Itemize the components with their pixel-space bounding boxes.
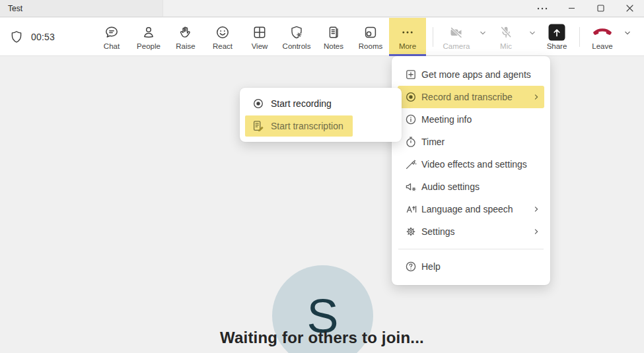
menu-item-timer[interactable]: Timer <box>398 131 544 153</box>
mic-label: Mic <box>500 42 512 50</box>
start-transcription-icon <box>252 119 265 133</box>
people-button[interactable]: People <box>130 18 167 55</box>
rooms-icon <box>363 24 378 41</box>
window-controls <box>528 0 644 16</box>
camera-split-button: Camera <box>438 18 491 55</box>
share-label: Share <box>547 42 567 50</box>
menu-item-label: Record and transcribe <box>421 92 513 102</box>
menu-item-help[interactable]: Help <box>398 255 544 278</box>
menu-item-label: Help <box>421 261 441 272</box>
leave-button[interactable]: Leave <box>585 18 620 55</box>
toolbar-separator <box>433 27 433 47</box>
raise-hand-label: People <box>137 42 161 50</box>
view-button[interactable]: View <box>241 18 278 55</box>
menu-item-label: Settings <box>421 226 455 237</box>
maximize-icon <box>597 5 604 12</box>
menu-item-meeting-info[interactable]: Meeting info <box>398 108 544 131</box>
rooms-label: Rooms <box>359 42 382 50</box>
settings-gear-icon <box>404 225 417 238</box>
share-button[interactable]: Share <box>538 18 575 55</box>
submenu-item-label: Start transcription <box>271 121 343 131</box>
mic-button[interactable]: Mic <box>487 18 524 55</box>
menu-item-get-more-apps[interactable]: Get more apps and agents <box>398 63 544 86</box>
menu-item-label: Language and speech <box>421 204 513 214</box>
help-icon <box>404 260 417 273</box>
more-button[interactable]: More <box>389 18 426 55</box>
ellipsis-icon <box>537 7 548 10</box>
window-title: Test <box>8 4 22 13</box>
chevron-right-icon <box>532 93 540 101</box>
meeting-timer: 00:53 <box>31 32 55 42</box>
record-transcribe-submenu: Start recording Start transcription <box>240 88 402 142</box>
menu-item-label: Video effects and settings <box>421 159 527 170</box>
raise-hand-icon <box>178 24 194 41</box>
menu-divider <box>398 249 544 249</box>
react-smiley-icon <box>215 24 231 41</box>
close-button[interactable] <box>615 0 644 16</box>
controls-button[interactable]: Controls <box>278 18 315 55</box>
camera-off-icon <box>448 24 464 41</box>
menu-item-language-and-speech[interactable]: Language and speech <box>398 198 544 220</box>
meeting-toolbar: 00:53 Chat <box>0 18 644 56</box>
leave-split-button: Leave <box>585 18 635 55</box>
meeting-status-area: 00:53 <box>9 18 55 55</box>
submenu-item-label: Start recording <box>271 98 332 109</box>
minimize-icon <box>568 5 575 12</box>
react-button[interactable]: React <box>204 18 241 55</box>
menu-item-audio-settings[interactable]: Audio settings <box>398 176 544 198</box>
mic-off-icon <box>498 24 514 41</box>
apps-add-icon <box>404 68 417 81</box>
maximize-button[interactable] <box>586 0 615 16</box>
raise-label: Raise <box>176 42 195 50</box>
menu-item-label: Audio settings <box>421 181 480 192</box>
chevron-right-icon <box>532 205 540 213</box>
notes-label: Notes <box>324 42 343 50</box>
share-group: Share <box>538 18 575 55</box>
language-icon <box>404 203 417 216</box>
more-menu: Get more apps and agents Record and tran… <box>392 56 550 285</box>
info-icon <box>404 113 417 126</box>
toolbar-buttons: Chat People <box>93 18 426 55</box>
teams-meeting-window: Test <box>0 0 644 353</box>
leave-options-chevron[interactable] <box>620 18 635 55</box>
close-icon <box>626 5 633 12</box>
start-recording-icon <box>252 97 265 110</box>
menu-item-record-and-transcribe[interactable]: Record and transcribe <box>398 86 544 108</box>
toolbar-separator <box>579 27 580 47</box>
menu-item-video-effects[interactable]: Video effects and settings <box>398 153 544 176</box>
menu-item-settings[interactable]: Settings <box>398 220 544 243</box>
leave-label: Leave <box>592 42 612 50</box>
menu-item-label: Meeting info <box>421 114 472 125</box>
controls-label: Controls <box>283 42 311 50</box>
rooms-button[interactable]: Rooms <box>352 18 389 55</box>
notes-icon <box>326 24 341 41</box>
people-icon <box>141 24 157 41</box>
notes-button[interactable]: Notes <box>315 18 352 55</box>
video-effects-wand-icon <box>404 158 417 171</box>
security-shield-icon <box>9 30 24 44</box>
menu-item-label: Timer <box>421 137 445 147</box>
react-label: React <box>213 42 233 50</box>
chat-icon <box>104 24 120 41</box>
more-label: More <box>399 42 416 50</box>
window-title-tab: Test <box>0 0 163 16</box>
titlebar: Test <box>0 0 644 17</box>
more-dots-icon <box>400 24 415 41</box>
controls-shield-gear-icon <box>289 24 304 41</box>
camera-button[interactable]: Camera <box>438 18 475 55</box>
view-label: View <box>252 42 268 50</box>
camera-label: Camera <box>443 42 470 50</box>
mic-split-button: Mic <box>487 18 540 55</box>
minimize-button[interactable] <box>557 0 586 16</box>
raise-hand-button[interactable]: Raise <box>167 18 204 55</box>
timer-icon <box>404 135 417 148</box>
chevron-right-icon <box>532 228 540 236</box>
share-screen-icon <box>548 24 565 41</box>
menu-item-start-transcription[interactable]: Start transcription <box>240 115 402 137</box>
hangup-icon <box>592 24 613 41</box>
chat-button[interactable]: Chat <box>93 18 130 55</box>
menu-item-start-recording[interactable]: Start recording <box>240 92 402 115</box>
audio-settings-icon <box>404 180 417 193</box>
titlebar-more-button[interactable] <box>528 0 557 16</box>
record-icon <box>404 90 417 104</box>
